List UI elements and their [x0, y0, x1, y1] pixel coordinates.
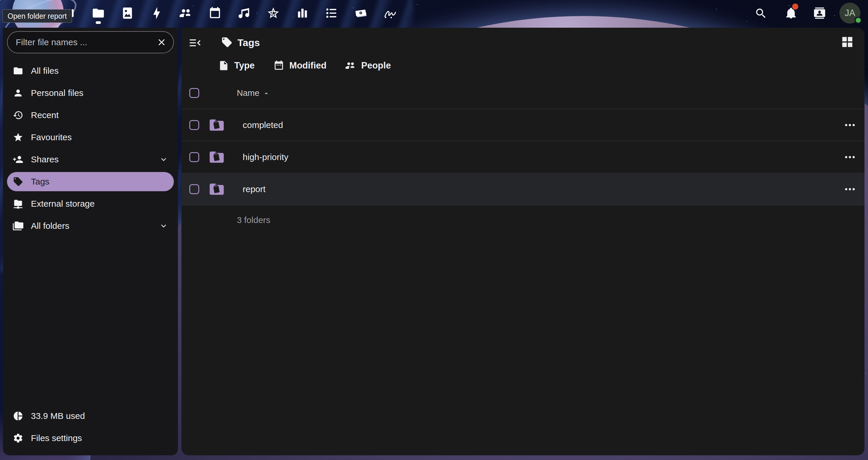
- checklist-app-icon[interactable]: [325, 6, 338, 20]
- file-name: high-priority: [243, 152, 288, 162]
- account-plus-icon: [13, 154, 23, 165]
- chevron-down-icon[interactable]: [159, 221, 168, 231]
- sidebar-item-label: All folders: [31, 221, 69, 231]
- sort-ascending-icon: [262, 89, 270, 97]
- filter-chip-label: People: [361, 60, 391, 71]
- folder-tag-icon: [208, 149, 225, 166]
- filter-chip-type[interactable]: Type: [218, 60, 255, 71]
- folder-tag-icon: [208, 181, 225, 198]
- online-status-dot: [855, 17, 862, 24]
- row-actions-icon[interactable]: [843, 183, 856, 196]
- sidebar-item-favourites[interactable]: Favourites: [7, 128, 174, 147]
- sidebar-nav: All files Personal files Recent Favourit…: [7, 61, 174, 238]
- row-actions-icon[interactable]: [843, 119, 856, 131]
- files-settings[interactable]: Files settings: [7, 429, 174, 448]
- collapse-sidebar-icon[interactable]: [188, 36, 202, 50]
- clear-filter-icon[interactable]: [156, 37, 167, 47]
- music-app-icon[interactable]: [238, 6, 251, 20]
- sidebar-item-external-storage[interactable]: External storage: [7, 194, 174, 213]
- sidebar-item-label: Recent: [31, 110, 59, 120]
- sidebar-item-label: External storage: [31, 199, 94, 209]
- sidebar-item-label: Shares: [31, 155, 59, 164]
- money-app-icon[interactable]: [354, 6, 368, 20]
- svg-text:C: C: [272, 10, 275, 16]
- folder-multiple-icon: [13, 221, 23, 231]
- row-actions-icon[interactable]: [843, 151, 856, 164]
- top-bar: C JA: [0, 0, 868, 28]
- tag-icon: [13, 176, 23, 187]
- filter-chips: Type Modified People: [218, 57, 391, 74]
- contacts-menu-icon[interactable]: [813, 6, 826, 20]
- files-settings-label: Files settings: [31, 433, 82, 443]
- signature-app-icon[interactable]: [383, 6, 397, 20]
- sidebar-item-all-files[interactable]: All files: [7, 61, 174, 80]
- analytics-app-icon[interactable]: [296, 6, 309, 20]
- sidebar-item-all-folders[interactable]: All folders: [7, 216, 174, 235]
- filter-input[interactable]: [8, 37, 156, 47]
- calendar-range-icon: [273, 60, 284, 71]
- tooltip: Open folder report: [2, 9, 72, 23]
- file-list-header: Name: [181, 77, 865, 109]
- sidebar-item-label: Tags: [31, 177, 49, 187]
- folder-tag-icon: [208, 117, 225, 133]
- file-icon: [218, 60, 229, 71]
- filter-box: [7, 31, 174, 53]
- sidebar-footer: 33.9 MB used Files settings: [7, 406, 174, 451]
- account-icon: [13, 88, 23, 98]
- grid-view-toggle-icon[interactable]: [841, 35, 854, 49]
- app-menu: C: [62, 6, 397, 20]
- search-icon[interactable]: [754, 7, 767, 20]
- filter-chip-label: Modified: [289, 60, 327, 71]
- row-checkbox[interactable]: [189, 152, 199, 162]
- tag-icon: [221, 36, 233, 48]
- calendar-app-icon[interactable]: [208, 6, 222, 20]
- notification-badge: [792, 3, 798, 10]
- chart-pie-icon: [13, 411, 23, 421]
- folder-network-icon: [13, 199, 23, 209]
- avatar-initials: JA: [845, 8, 855, 19]
- sidebar-item-label: Personal files: [31, 88, 84, 98]
- page-title: Tags: [238, 36, 260, 49]
- row-checkbox[interactable]: [189, 120, 199, 130]
- account-multiple-icon: [345, 60, 356, 71]
- filter-chip-modified[interactable]: Modified: [273, 60, 327, 71]
- sidebar-item-label: Favourites: [31, 132, 72, 142]
- sidebar: All files Personal files Recent Favourit…: [3, 28, 178, 455]
- select-all-checkbox[interactable]: [189, 88, 199, 98]
- folder-icon: [13, 66, 23, 76]
- activity-app-icon[interactable]: [150, 6, 163, 20]
- file-row-report[interactable]: report: [181, 173, 865, 205]
- star-app-icon[interactable]: C: [267, 6, 280, 20]
- storage-usage[interactable]: 33.9 MB used: [7, 406, 174, 426]
- chevron-down-icon[interactable]: [159, 155, 168, 164]
- row-checkbox[interactable]: [189, 184, 199, 194]
- sidebar-item-shares[interactable]: Shares: [7, 150, 174, 169]
- filter-chip-label: Type: [234, 60, 255, 71]
- main-content: Tags Type Modified People Name: [181, 28, 865, 455]
- history-icon: [13, 110, 23, 121]
- photos-app-icon[interactable]: [121, 6, 134, 20]
- nextcloud-window: C JA Open folder repo: [0, 0, 868, 460]
- contacts-app-icon[interactable]: [179, 6, 192, 20]
- gear-icon: [13, 433, 23, 443]
- storage-usage-label: 33.9 MB used: [31, 411, 85, 421]
- filter-chip-people[interactable]: People: [345, 60, 391, 71]
- list-summary: 3 folders: [181, 205, 865, 235]
- column-header-name[interactable]: Name: [237, 88, 270, 98]
- star-icon: [13, 132, 23, 142]
- sidebar-item-personal-files[interactable]: Personal files: [7, 84, 174, 103]
- files-app-icon[interactable]: [92, 6, 105, 20]
- file-name: report: [243, 184, 266, 194]
- file-row-high-priority[interactable]: high-priority: [181, 141, 865, 173]
- column-name-label: Name: [237, 88, 259, 98]
- file-name: completed: [243, 120, 283, 130]
- file-row-completed[interactable]: completed: [181, 109, 865, 141]
- sidebar-item-label: All files: [31, 66, 59, 76]
- sidebar-item-tags[interactable]: Tags: [7, 172, 174, 191]
- sidebar-item-recent[interactable]: Recent: [7, 105, 174, 125]
- file-list: Name completed high-priority: [181, 77, 865, 235]
